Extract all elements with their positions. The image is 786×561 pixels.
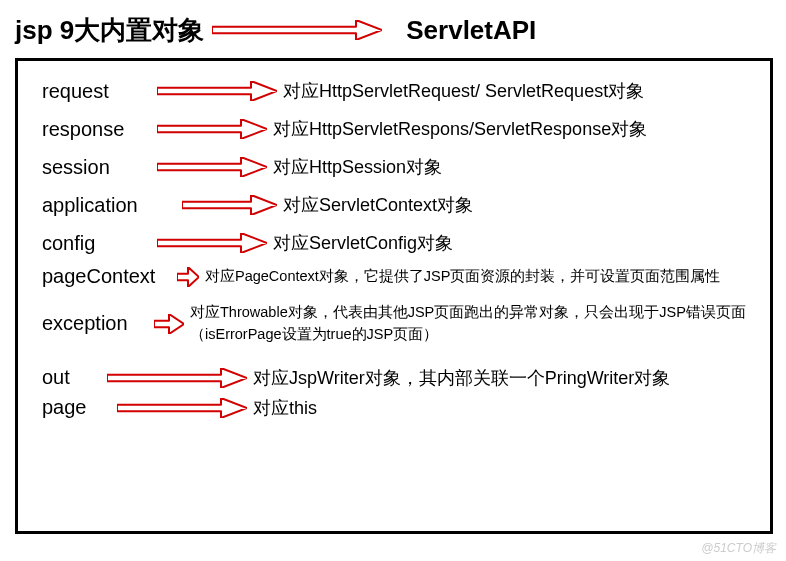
arrow-icon [117, 398, 247, 418]
row-application: application 对应ServletContext对象 [42, 193, 754, 217]
row-config: config 对应ServletConfig对象 [42, 231, 754, 255]
arrow-icon [154, 314, 184, 334]
desc-request: 对应HttpServletRequest/ ServletRequest对象 [283, 79, 754, 103]
label-application: application [42, 194, 182, 217]
content-box: request 对应HttpServletRequest/ ServletReq… [15, 58, 773, 534]
row-exception: exception 对应Throwable对象，代表由其他JSP页面跑出的异常对… [42, 302, 754, 346]
label-pagecontext: pageContext [42, 265, 177, 288]
row-page: page 对应this [42, 396, 754, 420]
label-exception: exception [42, 312, 154, 335]
label-page: page [42, 396, 117, 419]
desc-out: 对应JspWriter对象，其内部关联一个PringWriter对象 [253, 366, 754, 390]
arrow-icon [157, 119, 267, 139]
desc-application: 对应ServletContext对象 [283, 193, 754, 217]
row-response: response 对应HttpServletRespons/ServletRes… [42, 117, 754, 141]
desc-session: 对应HttpSession对象 [273, 155, 754, 179]
desc-page: 对应this [253, 396, 754, 420]
desc-response: 对应HttpServletRespons/ServletResponse对象 [273, 117, 754, 141]
arrow-icon [157, 233, 267, 253]
arrow-icon [177, 267, 199, 287]
row-request: request 对应HttpServletRequest/ ServletReq… [42, 79, 754, 103]
desc-exception: 对应Throwable对象，代表由其他JSP页面跑出的异常对象，只会出现于JSP… [190, 302, 754, 346]
desc-config: 对应ServletConfig对象 [273, 231, 754, 255]
title-right: ServletAPI [406, 15, 536, 46]
desc-pagecontext: 对应PageContext对象，它提供了JSP页面资源的封装，并可设置页面范围属… [205, 266, 754, 288]
row-out: out 对应JspWriter对象，其内部关联一个PringWriter对象 [42, 366, 754, 390]
arrow-icon [157, 81, 277, 101]
arrow-icon [212, 20, 382, 40]
label-out: out [42, 366, 107, 389]
label-session: session [42, 156, 157, 179]
row-pagecontext: pageContext 对应PageContext对象，它提供了JSP页面资源的… [42, 265, 754, 288]
label-config: config [42, 232, 157, 255]
label-request: request [42, 80, 157, 103]
arrow-icon [107, 368, 247, 388]
row-session: session 对应HttpSession对象 [42, 155, 754, 179]
label-response: response [42, 118, 157, 141]
title-left: jsp 9大内置对象 [15, 13, 204, 48]
title-line: jsp 9大内置对象 ServletAPI [15, 10, 773, 50]
arrow-icon [182, 195, 277, 215]
arrow-icon [157, 157, 267, 177]
